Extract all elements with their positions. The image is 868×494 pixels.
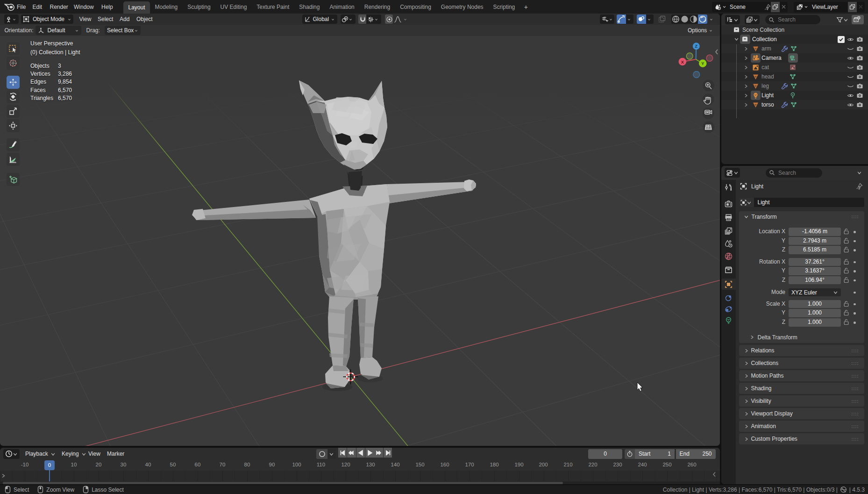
svg-text:X: X [681,60,684,64]
svg-text:Y: Y [701,61,704,66]
svg-text:Z: Z [695,44,698,49]
